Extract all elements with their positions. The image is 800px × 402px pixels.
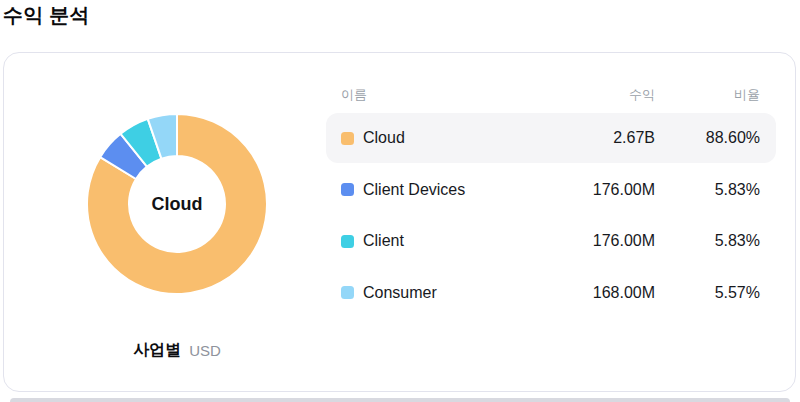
table-header: 이름 수익 비율 [326,83,776,107]
series-color-swatch [341,132,354,145]
donut-chart-area: Cloud [85,112,269,296]
row-ratio: 5.57% [655,284,760,302]
currency-unit-label: USD [189,342,221,359]
row-ratio: 5.83% [655,232,760,250]
header-name: 이름 [341,86,535,104]
table-row[interactable]: Client 176.00M 5.83% [326,216,776,266]
table-row[interactable]: Client Devices 176.00M 5.83% [326,165,776,215]
next-card-top-edge [10,398,790,402]
donut-footer: 사업별 USD [27,338,327,362]
revenue-card: Cloud 사업별 USD 이름 수익 비율 Cloud 2.67B 88.60… [3,52,796,392]
row-revenue: 168.00M [535,284,655,302]
series-color-swatch [341,235,354,248]
header-revenue: 수익 [535,86,655,104]
table-row[interactable]: Consumer 168.00M 5.57% [326,268,776,318]
row-name: Cloud [363,129,405,147]
header-ratio: 비율 [655,86,760,104]
donut-chart[interactable] [85,112,269,296]
series-color-swatch [341,183,354,196]
row-name: Client Devices [363,181,465,199]
row-name: Client [363,232,404,250]
table-row[interactable]: Cloud 2.67B 88.60% [326,113,776,163]
row-revenue: 176.00M [535,232,655,250]
row-ratio: 88.60% [655,129,760,147]
revenue-table: 이름 수익 비율 Cloud 2.67B 88.60% Client Devic… [326,83,776,319]
row-revenue: 2.67B [535,129,655,147]
row-ratio: 5.83% [655,181,760,199]
page-title: 수익 분석 [3,0,90,30]
row-revenue: 176.00M [535,181,655,199]
series-color-swatch [341,286,354,299]
group-label: 사업별 [133,340,181,361]
row-name: Consumer [363,284,437,302]
